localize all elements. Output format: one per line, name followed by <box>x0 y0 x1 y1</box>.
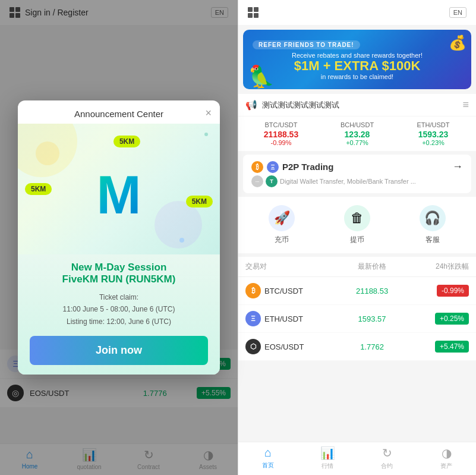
p2p-title: ₿ Ξ P2P Trading <box>251 161 333 173</box>
bch-change: +0.77% <box>321 139 393 146</box>
modal-body: New M-Day Session FiveKM RUN (RUN5KM) Ti… <box>18 254 220 375</box>
action-withdraw[interactable]: 🗑 提币 <box>344 205 370 245</box>
circle-deco3 <box>36 141 59 165</box>
p2p-section[interactable]: ₿ Ξ P2P Trading → ··· T Digital Wallet T… <box>243 155 471 193</box>
right-content: 🦜 💰 REFER FRIENDS TO TRADE! Receive reba… <box>238 25 476 442</box>
right-home-label: 首页 <box>262 461 274 470</box>
right-quotation-label: 行情 <box>321 462 333 470</box>
eos-market-price: 1.7762 <box>335 342 409 351</box>
p2p-arrow-icon[interactable]: → <box>452 161 463 173</box>
toucan-icon: 🦜 <box>248 64 275 89</box>
megaphone-icon: 📢 <box>245 99 257 111</box>
modal-overlay: Announcement Center × M 5KM 5KM 5KM <box>0 0 238 475</box>
market-section: 交易对 最新价格 24h张跌幅 ₿ BTC/USDT 21188.53 -0.9… <box>238 257 476 361</box>
btc-icon-circle: ₿ <box>251 161 263 173</box>
modal-title: Announcement Center <box>74 109 163 119</box>
eth-pair-label: ETH/USDT <box>398 121 469 128</box>
right-panel: EN 🦜 💰 REFER FRIENDS TO TRADE! Receive r… <box>238 0 476 475</box>
deposit-icon: 🚀 <box>269 205 295 231</box>
right-nav-quotation[interactable]: 📊 行情 <box>298 446 357 470</box>
right-assets-icon: ◑ <box>442 446 452 460</box>
modal-banner: M 5KM 5KM 5KM <box>18 124 220 254</box>
ticker-btc[interactable]: BTC/USDT 21188.53 -0.99% <box>245 121 317 146</box>
announcement-modal: Announcement Center × M 5KM 5KM 5KM <box>18 100 220 375</box>
eth-icon-circle: Ξ <box>267 161 279 173</box>
btc-change: -0.99% <box>245 139 317 146</box>
btc-pair-label: BTC/USDT <box>245 121 317 128</box>
support-label: 客服 <box>425 235 440 245</box>
p2p-desc: ··· T Digital Wallet Transfer, Mobile/Ba… <box>251 175 463 187</box>
right-lang-btn[interactable]: EN <box>449 7 466 18</box>
close-icon[interactable]: × <box>205 108 212 118</box>
announcement-bar: 📢 测试测试测试测试测试 ≡ <box>238 94 476 116</box>
promo-bottom-text: in rewards to be claimed! <box>253 73 462 80</box>
right-nav-assets[interactable]: ◑ 资产 <box>417 446 476 470</box>
right-home-icon: ⌂ <box>264 446 272 460</box>
eth-pair-cell: Ξ ETH/USDT <box>245 311 335 326</box>
dot-deco2 <box>204 133 208 136</box>
market-row-eos[interactable]: ⬡ EOS/USDT 1.7762 +5.47% <box>238 333 476 361</box>
ticker-row: BTC/USDT 21188.53 -0.99% BCH/USDT 123.28… <box>238 117 476 151</box>
col-header-pair: 交易对 <box>245 262 335 272</box>
eth-market-change: +0.25% <box>409 313 469 325</box>
market-table-header: 交易对 最新价格 24h张跌幅 <box>238 257 476 277</box>
announcement-menu-icon[interactable]: ≡ <box>462 99 469 111</box>
eth-price-ticker: 1593.23 <box>398 130 469 139</box>
modal-title-line2: FiveKM RUN (RUN5KM) <box>30 273 208 285</box>
eth-market-price: 1593.57 <box>335 314 409 323</box>
withdraw-label: 提币 <box>350 235 364 245</box>
left-panel: Sign in / Register EN Ξ ETH/USDT 1592.45… <box>0 0 238 475</box>
right-nav-home[interactable]: ⌂ 首页 <box>238 446 298 470</box>
right-nav-contract[interactable]: ↻ 合约 <box>357 446 417 470</box>
promo-banner[interactable]: 🦜 💰 REFER FRIENDS TO TRADE! Receive reba… <box>243 30 471 89</box>
ticker-eth[interactable]: ETH/USDT 1593.23 +0.23% <box>398 121 469 146</box>
dots-icon: ··· <box>251 175 263 187</box>
modal-header: Announcement Center × <box>18 100 220 124</box>
badge-5km-right: 5KM <box>186 196 213 207</box>
p2p-title-text: P2P Trading <box>282 162 333 172</box>
withdraw-icon: 🗑 <box>344 205 370 231</box>
eos-market-change: +5.47% <box>409 341 469 353</box>
btc-pair-name: BTC/USDT <box>264 287 303 295</box>
btc-market-change: -0.99% <box>409 285 469 297</box>
bch-pair-label: BCH/USDT <box>321 121 393 128</box>
circle-deco2 <box>155 201 202 248</box>
right-bottom-nav: ⌂ 首页 📊 行情 ↻ 合约 ◑ 资产 <box>238 442 476 475</box>
right-assets-label: 资产 <box>440 462 452 470</box>
btc-price: 21188.53 <box>245 130 317 139</box>
badge-5km-top: 5KM <box>114 136 140 147</box>
right-grid-icon <box>248 7 259 18</box>
eos-change-badge: +5.47% <box>435 341 469 353</box>
modal-title-line1: New M-Day Session <box>30 262 208 273</box>
right-header: EN <box>238 0 476 25</box>
market-row-btc[interactable]: ₿ BTC/USDT 21188.53 -0.99% <box>238 277 476 305</box>
p2p-header: ₿ Ξ P2P Trading → <box>251 161 463 173</box>
ticker-bch[interactable]: BCH/USDT 123.28 +0.77% <box>321 121 393 146</box>
quick-actions: 🚀 充币 🗑 提币 🎧 客服 <box>238 197 476 253</box>
tether-icon: T <box>266 175 278 187</box>
eth-coin-icon: Ξ <box>245 311 261 326</box>
dot-deco <box>179 238 184 243</box>
eos-pair-cell: ⬡ EOS/USDT <box>245 339 335 354</box>
promo-main-text: $1M + EXTRA $100K <box>253 59 462 73</box>
btc-coin-icon: ₿ <box>245 283 261 298</box>
eth-change-badge: +0.25% <box>435 313 469 325</box>
eos-pair-name: EOS/USDT <box>264 342 304 351</box>
join-now-button[interactable]: Join now <box>30 336 208 365</box>
action-deposit[interactable]: 🚀 充币 <box>269 205 295 245</box>
announcement-text: 测试测试测试测试测试 <box>262 100 462 111</box>
p2p-desc-text: Digital Wallet Transfer, Mobile/Bank Tra… <box>280 178 416 185</box>
col-header-change: 24h张跌幅 <box>409 262 469 272</box>
promo-top-text: REFER FRIENDS TO TRADE! Receive rebates … <box>253 39 462 80</box>
btc-change-badge: -0.99% <box>437 285 469 297</box>
col-header-price: 最新价格 <box>335 262 409 272</box>
btc-market-price: 21188.53 <box>335 287 409 295</box>
right-contract-label: 合约 <box>381 462 393 470</box>
deposit-label: 充币 <box>275 235 289 245</box>
right-header-left <box>248 7 259 18</box>
support-icon: 🎧 <box>420 205 446 231</box>
right-contract-icon: ↻ <box>382 446 392 460</box>
action-support[interactable]: 🎧 客服 <box>420 205 446 245</box>
market-row-eth[interactable]: Ξ ETH/USDT 1593.57 +0.25% <box>238 305 476 333</box>
modal-info: Ticket claim: 11:00 June 5 - 08:00, June… <box>30 291 208 328</box>
